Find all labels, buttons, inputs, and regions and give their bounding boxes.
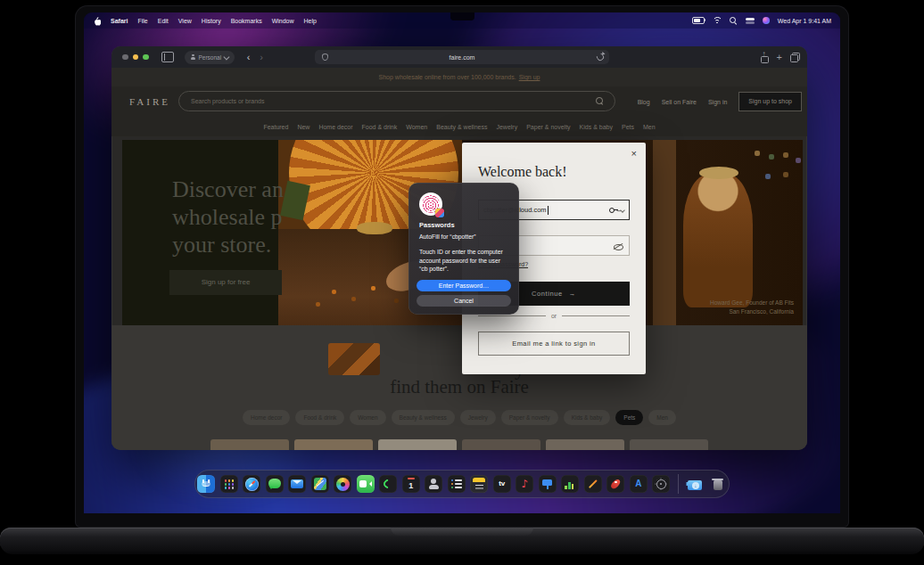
camera-notch [450,12,474,20]
text-caret [548,206,549,215]
zoom-window-button[interactable] [143,54,149,61]
sidebar-toggle-icon[interactable] [161,52,174,62]
nav-kids[interactable]: Kids & baby [580,124,613,130]
siri-icon[interactable] [763,17,770,24]
pages-dock-icon[interactable] [584,475,602,493]
back-button[interactable]: ‹ [247,53,251,62]
nav-women[interactable]: Women [406,124,427,130]
mail-dock-icon[interactable] [288,475,306,493]
blog-link[interactable]: Blog [638,99,650,105]
nav-food-drink[interactable]: Food & drink [362,124,398,130]
touch-id-fingerprint-icon [419,192,442,216]
nav-home-decor[interactable]: Home decor [318,124,352,130]
category-pill-row: Home decor Food & drink Women Beauty & w… [111,410,807,425]
tab-overview-icon[interactable] [790,53,800,62]
trash-dock-icon[interactable] [709,475,727,493]
menu-item-bookmarks[interactable]: Bookmarks [231,18,262,24]
dialog-body-text: Touch ID or enter the computer account p… [419,248,508,274]
pill-beauty[interactable]: Beauty & wellness [392,410,455,425]
search-icon[interactable] [596,97,604,105]
spotlight-icon[interactable] [730,17,738,25]
downloads-folder-dock-icon[interactable] [686,475,704,493]
pill-paper[interactable]: Paper & novelty [501,410,558,425]
menu-bar-clock[interactable]: Wed Apr 1 9:41 AM [778,18,831,24]
nav-new[interactable]: New [297,124,309,130]
site-search-input[interactable]: Search products or brands [178,91,615,111]
close-window-button[interactable] [122,54,128,61]
music-dock-icon[interactable]: ♪ [516,475,533,493]
email-link-button[interactable]: Email me a link to sign in [478,332,630,356]
nav-paper[interactable]: Paper & novelty [526,124,570,130]
enter-password-button[interactable]: Enter Password… [417,280,511,291]
reload-icon[interactable] [597,53,604,61]
faire-logo[interactable]: FAIRE [129,96,170,107]
pill-women[interactable]: Women [350,410,385,425]
menu-item-edit[interactable]: Edit [158,18,169,24]
contacts-dock-icon[interactable] [425,475,442,493]
pill-jewelry[interactable]: Jewelry [460,410,496,425]
messages-dock-icon[interactable] [266,475,284,493]
nav-pets[interactable]: Pets [622,124,634,130]
category-nav: Featured New Home decor Food & drink Wom… [111,117,807,136]
tv-dock-icon[interactable]: tv [493,475,511,493]
wifi-icon[interactable] [713,17,722,24]
dock-separator [678,474,679,494]
notes-dock-icon[interactable] [470,475,488,493]
search-placeholder: Search products or brands [191,98,265,104]
apple-menu-icon[interactable] [93,16,101,26]
pill-kids[interactable]: Kids & baby [564,410,611,425]
menu-item-safari[interactable]: Safari [111,18,128,24]
dock: 1 tv ♪ A [194,470,730,498]
numbers-dock-icon[interactable] [561,475,579,493]
calendar-dock-icon[interactable]: 1 [402,475,420,493]
nav-jewelry[interactable]: Jewelry [496,124,517,130]
banner-signup-link[interactable]: Sign up [519,74,540,80]
system-settings-dock-icon[interactable] [652,475,670,493]
control-center-icon[interactable] [746,18,755,24]
menu-item-file[interactable]: File [137,18,147,24]
pill-food-drink[interactable]: Food & drink [295,410,344,425]
nav-beauty[interactable]: Beauty & wellness [436,124,487,130]
battery-icon[interactable] [692,17,705,24]
forward-button[interactable]: › [260,53,263,62]
cancel-button[interactable]: Cancel [417,295,511,307]
rocket-dock-icon[interactable] [606,475,624,493]
privacy-shield-icon[interactable] [322,53,328,61]
section-heading: find them on Faire [111,376,807,398]
signup-free-button[interactable]: Sign up for free [169,270,282,295]
pill-home-decor[interactable]: Home decor [243,410,290,425]
new-tab-icon[interactable]: + [777,53,782,62]
maps-dock-icon[interactable] [311,475,329,493]
testimonial: Howard Gee, Founder of AB Fits San Franc… [710,299,794,316]
menu-item-window[interactable]: Window [272,18,294,24]
menu-item-view[interactable]: View [178,18,192,24]
autofill-key-button[interactable] [609,206,624,214]
keynote-dock-icon[interactable] [539,475,557,493]
safari-dock-icon[interactable] [243,475,260,493]
sell-on-faire-link[interactable]: Sell on Faire [662,99,697,105]
launchpad-dock-icon[interactable] [220,475,238,493]
app-store-dock-icon[interactable]: A [630,475,648,493]
pill-men[interactable]: Men [648,410,676,425]
chevron-down-icon [620,208,625,213]
photos-dock-icon[interactable] [334,475,351,493]
profile-switcher[interactable]: Personal [185,51,235,64]
menu-item-help[interactable]: Help [304,18,317,24]
site-header: FAIRE Search products or brands Blog Sel… [111,86,807,117]
close-icon[interactable]: × [631,148,637,159]
phone-dock-icon[interactable] [379,475,397,493]
signup-to-shop-button[interactable]: Sign up to shop [738,92,802,111]
reminders-dock-icon[interactable] [448,475,466,493]
laptop-lid-notch [391,528,533,536]
show-password-icon[interactable] [613,242,623,251]
menu-item-history[interactable]: History [202,18,221,24]
share-icon[interactable] [760,52,769,62]
finder-dock-icon[interactable] [197,475,215,493]
nav-men[interactable]: Men [643,124,656,130]
nav-featured[interactable]: Featured [263,124,288,130]
facetime-dock-icon[interactable] [357,475,375,493]
pill-pets-selected[interactable]: Pets [615,410,643,425]
address-bar[interactable]: faire.com [315,50,609,64]
sign-in-link[interactable]: Sign in [708,99,727,105]
minimize-window-button[interactable] [133,54,139,61]
